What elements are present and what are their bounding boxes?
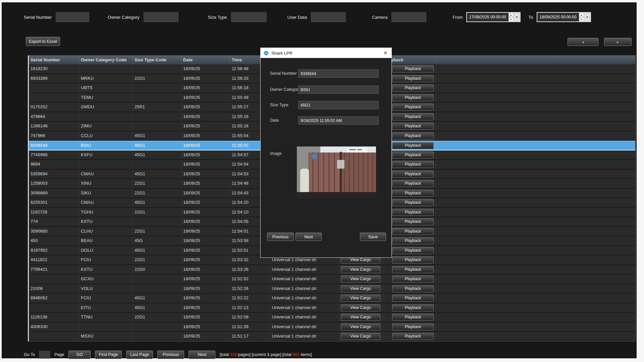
to-date-value[interactable]: 18/09/2025 00:00:00 [537, 13, 579, 21]
from-label: From [452, 15, 463, 20]
dialog-title: Shark LPR [271, 51, 292, 56]
to-date-spinner[interactable]: ▲ ▼ [579, 13, 584, 21]
table-row[interactable]: EITU 45G1 18/09/25 11:52:13 Universal 1 … [29, 303, 635, 313]
playback-button[interactable]: Playback [392, 75, 434, 82]
dialog-date-input[interactable] [298, 116, 379, 125]
spinner-up-icon[interactable]: ▲ [508, 13, 514, 17]
camera-cell: Universal 1 channel dri [270, 265, 339, 274]
filter-bar: Serial Number Owner Category Size Type U… [24, 11, 591, 23]
column-header-size-type-code[interactable]: Size Type Code [133, 56, 181, 64]
row-filler [436, 265, 635, 274]
spinner-down-icon[interactable]: ▼ [579, 17, 584, 21]
playback-button[interactable]: Playback [392, 314, 434, 321]
owner-category-cell: CMAU [79, 170, 133, 179]
playback-button[interactable]: Playback [392, 237, 434, 244]
table-row[interactable]: 4306330 18/09/25 11:51:39 Universal 1 ch… [29, 322, 635, 332]
camera-input[interactable] [391, 12, 426, 22]
playback-button[interactable]: Playback [392, 180, 434, 187]
previous-page-button[interactable]: Previous [157, 351, 184, 359]
playback-cell: Playback [383, 294, 436, 303]
owner-category-input[interactable] [144, 12, 178, 22]
spinner-down-icon[interactable]: ▼ [508, 17, 514, 21]
playback-button[interactable]: Playback [392, 247, 434, 254]
table-row[interactable]: 7799421 KXTU 22G0 18/09/25 11:53:26 Univ… [29, 265, 635, 275]
export-to-excel-button[interactable]: Export to Excel [26, 37, 60, 46]
serial-number-input[interactable] [56, 12, 89, 22]
view-cargo-button[interactable]: View Cargo [341, 295, 380, 302]
column-header-date[interactable]: Date [181, 56, 230, 64]
dialog-owner-input[interactable] [298, 85, 379, 94]
serial-number-cell [29, 275, 79, 284]
playback-button[interactable]: Playback [392, 256, 434, 263]
playback-button[interactable]: Playback [392, 304, 434, 311]
owner-category-cell: BSIU [79, 141, 133, 150]
table-row[interactable]: 21006 VOLU 18/09/25 11:52:26 Universal 1… [29, 284, 635, 294]
serial-number-cell: 747966 [29, 131, 79, 140]
playback-button[interactable]: Playback [392, 209, 434, 216]
playback-button[interactable]: Playback [392, 65, 434, 72]
from-date-dropdown-icon[interactable]: ▼ [514, 13, 520, 21]
playback-button[interactable]: Playback [392, 199, 434, 206]
playback-button[interactable]: Playback [392, 323, 434, 330]
table-row[interactable]: 8946062 FCIU 45G1 18/09/25 11:52:22 Univ… [29, 294, 635, 303]
last-page-button[interactable]: Last Page [126, 351, 153, 359]
playback-button[interactable]: Playback [392, 142, 434, 149]
dialog-size-input[interactable] [298, 101, 379, 109]
view-cargo-button[interactable]: View Cargo [341, 323, 380, 330]
playback-button[interactable]: Playback [392, 161, 434, 168]
column-header-owner-category-code[interactable]: Owner Category Code [79, 56, 133, 64]
dialog-previous-button[interactable]: Previous [267, 233, 294, 241]
size-type-input[interactable] [231, 12, 267, 22]
playback-button[interactable]: Playback [392, 84, 434, 92]
total-pages-value: 110 [230, 352, 237, 357]
playback-button[interactable]: Playback [392, 218, 434, 225]
go-button[interactable]: GO [68, 351, 91, 359]
table-row[interactable]: GCXU 18/09/25 11:52:52 Universal 1 chann… [29, 275, 635, 284]
view-cargo-button[interactable]: View Cargo [341, 285, 380, 292]
playback-button[interactable]: Playback [392, 295, 434, 302]
from-date-spinner[interactable]: ▲ ▼ [508, 13, 514, 21]
table-row[interactable]: MSXU 18/09/25 11:51:17 Universal 1 chann… [29, 332, 635, 342]
from-date-picker[interactable]: 17/09/2025 00:00:00 ▲ ▼ ▼ [466, 12, 521, 22]
close-icon[interactable]: ✕ [383, 50, 387, 56]
playback-button[interactable]: Playback [392, 228, 434, 235]
row-filler [436, 284, 635, 293]
playback-button[interactable]: Playback [392, 171, 434, 178]
view-cargo-button[interactable]: View Cargo [341, 266, 380, 273]
spinner-up-icon[interactable]: ▲ [579, 13, 584, 17]
dialog-title-bar[interactable]: Shark LPR ✕ [261, 48, 391, 58]
from-date-value[interactable]: 17/09/2025 00:00:00 [467, 13, 508, 21]
to-date-dropdown-icon[interactable]: ▼ [584, 13, 590, 21]
playback-button[interactable]: Playback [392, 285, 434, 292]
next-page-button[interactable]: Next [189, 351, 215, 359]
first-page-button[interactable]: First Page [95, 351, 122, 359]
playback-button[interactable]: Playback [392, 190, 434, 197]
playback-button[interactable]: Playback [392, 266, 434, 273]
playback-button[interactable]: Playback [392, 113, 434, 120]
playback-button[interactable]: Playback [392, 132, 434, 139]
page-back-button[interactable]: ◄ [568, 38, 598, 46]
table-row[interactable]: 1126136 TTNU 22G1 18/09/25 11:52:08 Univ… [29, 313, 635, 322]
playback-button[interactable]: Playback [392, 104, 434, 111]
dialog-save-button[interactable]: Save [360, 233, 386, 241]
row-filler [436, 275, 635, 284]
playback-button[interactable]: Playback [392, 94, 434, 101]
date-cell: 18/09/25 [181, 236, 230, 245]
time-cell: 11:53:26 [230, 265, 270, 274]
page-forward-button[interactable]: ► [604, 38, 632, 46]
view-cargo-button[interactable]: View Cargo [341, 333, 380, 340]
column-header-serial-number[interactable]: Serial Number [29, 56, 79, 64]
owner-category-cell: FCIU [79, 294, 133, 303]
goto-page-input[interactable] [39, 351, 50, 359]
view-cargo-button[interactable]: View Cargo [341, 276, 380, 283]
playback-button[interactable]: Playback [392, 123, 434, 130]
dialog-next-button[interactable]: Next [296, 233, 322, 241]
playback-button[interactable]: Playback [392, 276, 434, 283]
view-cargo-button[interactable]: View Cargo [341, 304, 380, 311]
dialog-serial-input[interactable] [298, 69, 379, 78]
user-data-input[interactable] [311, 12, 346, 22]
playback-button[interactable]: Playback [392, 333, 434, 340]
playback-button[interactable]: Playback [392, 152, 434, 159]
view-cargo-button[interactable]: View Cargo [341, 314, 380, 321]
to-date-picker[interactable]: 18/09/2025 00:00:00 ▲ ▼ ▼ [537, 12, 591, 22]
